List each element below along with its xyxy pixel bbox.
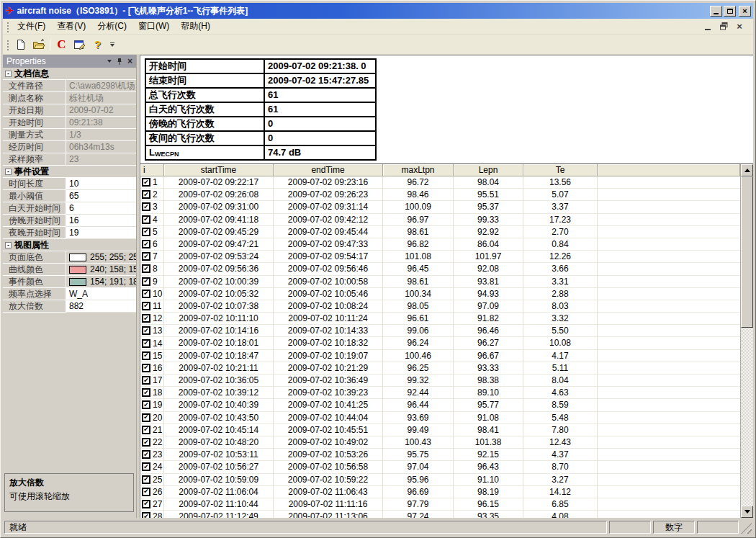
table-row[interactable]: ✔12009-07-02 09:22:172009-07-02 09:23:16…	[140, 176, 740, 189]
row-checkbox[interactable]: ✔	[142, 364, 150, 372]
pin-icon[interactable]	[117, 58, 122, 66]
table-row[interactable]: ✔52009-07-02 09:45:292009-07-02 09:45:44…	[140, 226, 740, 238]
prop-value-field[interactable]: 255; 255; 25	[66, 251, 136, 264]
mdi-restore-button[interactable]	[719, 22, 729, 31]
resize-grip[interactable]	[741, 523, 752, 534]
collapse-icon[interactable]: -	[5, 71, 12, 77]
c-weighting-button[interactable]: C	[53, 37, 70, 53]
table-row[interactable]: ✔172009-07-02 10:36:052009-07-02 10:36:4…	[140, 375, 740, 387]
row-checkbox[interactable]: ✔	[142, 339, 150, 348]
row-checkbox[interactable]: ✔	[142, 326, 150, 335]
table-row[interactable]: ✔222009-07-02 10:48:202009-07-02 10:49:0…	[140, 436, 740, 449]
prop-value-field[interactable]: W_A	[66, 288, 136, 300]
prop-value-field[interactable]: 06h34m13s	[66, 141, 136, 153]
close-button[interactable]: ×	[739, 6, 751, 17]
new-document-button[interactable]	[12, 37, 29, 53]
table-row[interactable]: ✔202009-07-02 10:43:502009-07-02 10:44:0…	[140, 412, 740, 424]
panel-close-icon[interactable]: ×	[127, 56, 132, 66]
panel-menu-chevron-icon[interactable]	[107, 60, 112, 63]
row-checkbox[interactable]: ✔	[142, 376, 150, 385]
row-checkbox[interactable]: ✔	[142, 290, 150, 298]
menu-item-file[interactable]: 文件(F)	[12, 19, 51, 34]
scroll-down-button[interactable]	[741, 506, 753, 518]
table-row[interactable]: ✔262009-07-02 11:06:042009-07-02 11:06:4…	[140, 486, 740, 498]
collapse-icon[interactable]: -	[5, 169, 12, 175]
menu-item-window[interactable]: 窗口(W)	[132, 19, 175, 34]
column-header-Te[interactable]: Te	[523, 164, 598, 176]
table-row[interactable]: ✔232009-07-02 10:53:112009-07-02 10:53:2…	[140, 449, 740, 461]
scroll-up-button[interactable]	[741, 164, 753, 176]
row-checkbox[interactable]: ✔	[142, 314, 150, 323]
table-row[interactable]: ✔182009-07-02 10:39:122009-07-02 10:39:2…	[140, 387, 740, 399]
row-checkbox[interactable]: ✔	[142, 413, 150, 422]
prop-value-field[interactable]: 19	[66, 227, 136, 239]
row-checkbox[interactable]: ✔	[142, 426, 150, 434]
help-button[interactable]: ?	[89, 37, 106, 53]
table-row[interactable]: ✔252009-07-02 10:59:092009-07-02 10:59:2…	[140, 474, 740, 486]
prop-value-field[interactable]: 154; 191; 18	[66, 276, 136, 288]
maximize-button[interactable]	[724, 6, 736, 17]
prop-value-field[interactable]: 栎社机场	[66, 92, 136, 104]
row-checkbox[interactable]: ✔	[142, 277, 150, 286]
color-swatch[interactable]	[69, 266, 86, 274]
column-header-filler[interactable]	[598, 164, 740, 176]
prop-value-field[interactable]: 09:21:38	[66, 117, 136, 129]
table-row[interactable]: ✔82009-07-02 09:56:362009-07-02 09:56:46…	[140, 263, 740, 275]
props-section-header[interactable]: -文档信息	[3, 68, 136, 80]
table-row[interactable]: ✔142009-07-02 10:18:012009-07-02 10:18:3…	[140, 337, 740, 349]
row-checkbox[interactable]: ✔	[142, 264, 150, 273]
prop-value-field[interactable]: C:\awa6298\机场	[66, 80, 136, 92]
table-row[interactable]: ✔122009-07-02 10:11:102009-07-02 10:11:2…	[140, 313, 740, 325]
scrollbar-thumb[interactable]	[741, 176, 753, 328]
table-row[interactable]: ✔192009-07-02 10:40:392009-07-02 10:41:2…	[140, 399, 740, 411]
row-checkbox[interactable]: ✔	[142, 438, 150, 447]
prop-value-field[interactable]: 10	[66, 178, 136, 190]
prop-value-field[interactable]: 16	[66, 215, 136, 227]
table-row[interactable]: ✔132009-07-02 10:14:162009-07-02 10:14:3…	[140, 325, 740, 337]
table-row[interactable]: ✔282009-07-02 11:12:492009-07-02 11:13:0…	[140, 511, 740, 518]
minimize-button[interactable]	[710, 6, 722, 17]
row-checkbox[interactable]: ✔	[142, 302, 150, 310]
row-checkbox[interactable]: ✔	[142, 475, 150, 484]
table-row[interactable]: ✔62009-07-02 09:47:212009-07-02 09:47:33…	[140, 238, 740, 251]
row-checkbox[interactable]: ✔	[142, 462, 150, 471]
row-checkbox[interactable]: ✔	[142, 240, 150, 248]
vertical-scrollbar[interactable]	[740, 164, 753, 518]
prop-value-field[interactable]: 65	[66, 190, 136, 202]
row-checkbox[interactable]: ✔	[142, 202, 150, 211]
menu-item-view[interactable]: 查看(V)	[51, 19, 91, 34]
table-row[interactable]: ✔152009-07-02 10:18:472009-07-02 10:19:0…	[140, 350, 740, 362]
prop-value-field[interactable]: 6	[66, 202, 136, 215]
table-row[interactable]: ✔72009-07-02 09:53:242009-07-02 09:54:17…	[140, 251, 740, 263]
table-row[interactable]: ✔22009-07-02 09:26:082009-07-02 09:26:23…	[140, 189, 740, 201]
row-checkbox[interactable]: ✔	[142, 388, 150, 397]
prop-value-field[interactable]: 2009-07-02	[66, 104, 136, 117]
column-header-endTime[interactable]: endTime	[274, 164, 383, 176]
row-checkbox[interactable]: ✔	[142, 351, 150, 360]
prop-value-field[interactable]: 23	[66, 153, 136, 166]
props-section-header[interactable]: -视图属性	[3, 239, 136, 251]
row-checkbox[interactable]: ✔	[142, 178, 150, 187]
row-checkbox[interactable]: ✔	[142, 512, 150, 518]
props-section-header[interactable]: -事件设置	[3, 166, 136, 178]
row-checkbox[interactable]: ✔	[142, 500, 150, 508]
prop-value-field[interactable]: 240; 158; 15	[66, 264, 136, 276]
table-row[interactable]: ✔92009-07-02 10:00:392009-07-02 10:00:58…	[140, 276, 740, 288]
column-header-i[interactable]: i	[140, 164, 164, 176]
open-file-button[interactable]	[30, 37, 47, 53]
table-row[interactable]: ✔112009-07-02 10:07:382009-07-02 10:08:2…	[140, 300, 740, 313]
table-row[interactable]: ✔102009-07-02 10:05:322009-07-02 10:05:4…	[140, 288, 740, 300]
collapse-icon[interactable]: -	[5, 242, 12, 248]
row-checkbox[interactable]: ✔	[142, 450, 150, 459]
row-checkbox[interactable]: ✔	[142, 400, 150, 409]
table-row[interactable]: ✔242009-07-02 10:56:272009-07-02 10:56:5…	[140, 461, 740, 473]
menu-item-analysis[interactable]: 分析(C)	[91, 19, 132, 34]
table-row[interactable]: ✔272009-07-02 11:10:442009-07-02 11:11:1…	[140, 498, 740, 511]
table-row[interactable]: ✔42009-07-02 09:41:182009-07-02 09:42:12…	[140, 214, 740, 226]
row-checkbox[interactable]: ✔	[142, 215, 150, 224]
table-row[interactable]: ✔162009-07-02 10:21:112009-07-02 10:21:2…	[140, 362, 740, 375]
prop-value-field[interactable]: 882	[66, 300, 136, 313]
row-checkbox[interactable]: ✔	[142, 488, 150, 496]
toolbar-overflow-button[interactable]	[108, 42, 117, 47]
table-row[interactable]: ✔212009-07-02 10:45:142009-07-02 10:45:5…	[140, 424, 740, 436]
